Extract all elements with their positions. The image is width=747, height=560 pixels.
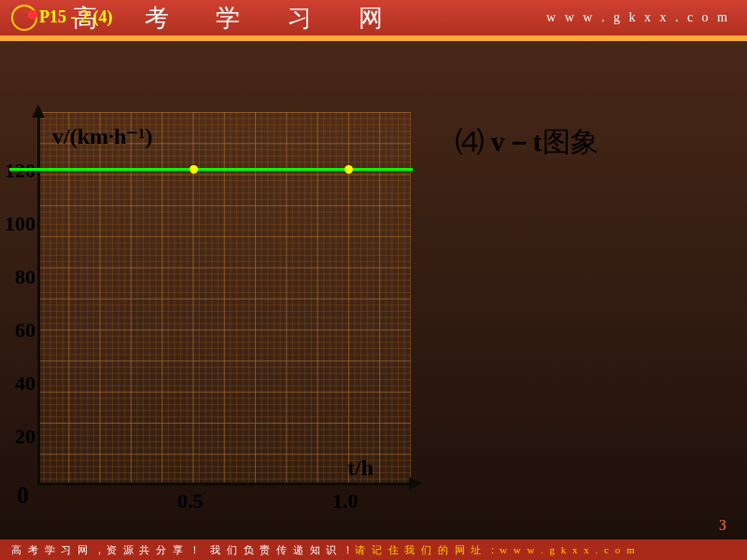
y-tick-20: 20 (4, 425, 35, 449)
caption-suffix: 图象 (543, 126, 599, 157)
page-number: 3 (719, 517, 726, 534)
footer-text-3: 请 记 住 我 们 的 网 址 ： (355, 543, 500, 557)
origin-label: 0 (17, 482, 29, 510)
y-tick-40: 40 (4, 371, 35, 396)
header-divider (0, 35, 747, 41)
footer-url: w w w . g k x x . c o m (500, 544, 637, 555)
header-bar: P15 - 2 (4) 高 考 学 习 网 w w w . g k x x . … (0, 0, 747, 35)
x-tick-10: 1.0 (332, 489, 359, 513)
data-point-2 (345, 165, 353, 174)
x-axis-arrow-icon (409, 477, 422, 490)
site-name: 高 考 学 习 网 (73, 2, 403, 35)
footer-text-1: 高 考 学 习 网 ，资 源 共 分 享 ！ (11, 543, 202, 557)
caption-formula: v－t (491, 126, 543, 157)
footer-text-2: 我 们 负 责 传 递 知 识 ！ (210, 543, 355, 557)
caption-prefix: ⑷ (456, 126, 484, 157)
data-point-1 (190, 165, 198, 174)
logo-icon (11, 5, 37, 31)
y-axis-arrow-icon (32, 105, 45, 118)
y-tick-100: 100 (4, 212, 35, 236)
y-tick-120: 120 (4, 159, 35, 183)
page-reference: P15 - 2 (4) (39, 7, 112, 27)
site-url: w w w . g k x x . c o m (546, 10, 730, 25)
footer-bar: 高 考 学 习 网 ，资 源 共 分 享 ！ 我 们 负 责 传 递 知 识 ！… (0, 539, 747, 560)
chart-caption: ⑷ v－t图象 (456, 123, 599, 161)
y-tick-80: 80 (4, 265, 35, 289)
x-axis (37, 483, 411, 485)
x-tick-05: 0.5 (177, 489, 204, 513)
y-tick-60: 60 (4, 318, 35, 343)
vt-chart: v/(km·h⁻¹) t/h 0 120 100 80 60 40 20 0.5… (9, 112, 420, 504)
y-axis-label: v/(km·h⁻¹) (52, 123, 153, 149)
x-axis-label: t/h (347, 455, 374, 481)
